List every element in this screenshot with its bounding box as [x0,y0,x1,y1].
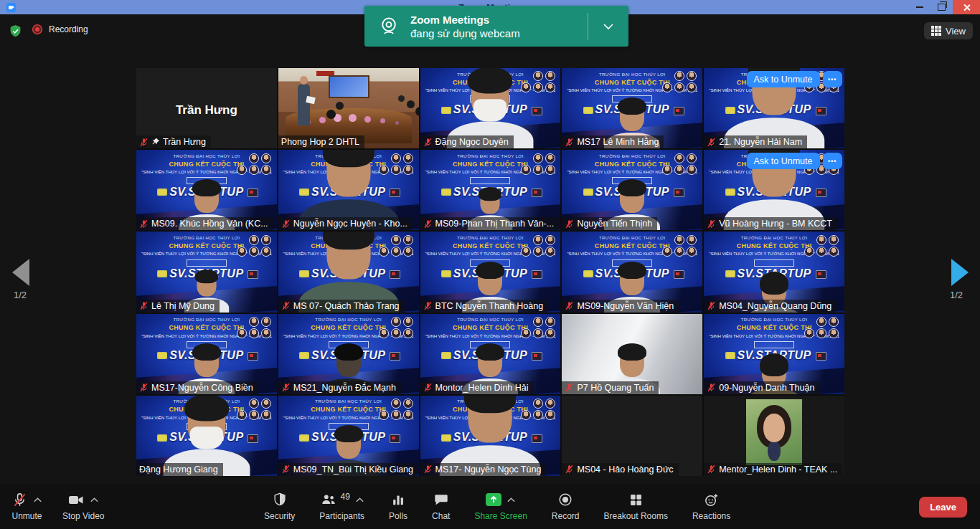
participant-tile[interactable]: TRƯỜNG ĐẠI HỌC THỦY LỢI CHUNG KẾT CUỘC T… [136,232,277,312]
vbg-date-box [470,177,510,184]
previous-page-arrow[interactable] [12,259,29,286]
participant-tile[interactable]: TRƯỜNG ĐẠI HỌC THỦY LỢI CHUNG KẾT CUỘC T… [562,232,702,312]
vbg-right-logo [674,107,684,115]
vbg-right-logo [248,352,258,361]
recording-icon[interactable] [32,24,43,35]
participant-label: MS09_TN_Bùi Thị Kiều Giang [278,463,418,476]
video-menu-chevron[interactable] [90,497,99,503]
participant-name: Montor_Helen Dinh Hải [435,383,529,393]
participant-label: Đặng Ngọc Duyên [420,135,514,148]
participant-tile[interactable]: TRƯỜNG ĐẠI HỌC THỦY LỢI CHUNG KẾT CUỘC T… [704,68,844,148]
record-icon [557,492,573,507]
reactions-button[interactable]: Reactions [692,491,730,521]
minimize-button[interactable] [908,0,930,14]
participant-label: Vũ Hoàng Hưng - BM KCCT [704,217,837,230]
vbg-date-box [187,259,227,267]
vbg-right-logo [532,189,542,197]
audio-menu-chevron[interactable] [33,497,42,503]
participant-tile[interactable]: TRƯỜNG ĐẠI HỌC THỦY LỢI CHUNG KẾT CUỘC T… [420,232,561,312]
participant-tile[interactable]: TRƯỜNG ĐẠI HỌC THỦY LỢI CHUNG KẾT CUỘC T… [278,314,419,394]
more-options-button[interactable]: ⋯ [823,153,843,169]
next-page-arrow[interactable] [951,259,969,286]
leave-button[interactable]: Leave [919,497,967,518]
ask-to-unmute-button[interactable]: Ask to Unmute [747,71,820,87]
stop-video-button[interactable]: Stop Video [62,491,105,521]
participant-tile[interactable]: TRƯỜNG ĐẠI HỌC THỦY LỢI CHUNG KẾT CUỘC T… [704,150,844,230]
webcam-notification[interactable]: Zoom Meetings đang sử dụng webcam [364,6,628,47]
participant-tile[interactable]: TRƯỜNG ĐẠI HỌC THỦY LỢI CHUNG KẾT CUỘC T… [420,68,561,148]
participant-name-center: Trần Hưng [136,103,277,118]
participant-tile[interactable]: TRƯỜNG ĐẠI HỌC THỦY LỢI CHUNG KẾT CUỘC T… [420,396,561,476]
pin-icon [151,138,160,146]
polls-button[interactable]: Polls [389,491,407,521]
participant-tile[interactable]: TRƯỜNG ĐẠI HỌC THỦY LỢI CHUNG KẾT CUỘC T… [562,150,702,230]
participant-tile[interactable]: TRƯỜNG ĐẠI HỌC THỦY LỢI CHUNG KẾT CUỘC T… [704,314,844,394]
participant-label: MS21_Nguyễn Đắc Mạnh [278,381,401,394]
chat-button[interactable]: Chat [432,491,450,521]
vbg-right-logo [390,434,400,443]
participant-tile[interactable]: TRƯỜNG ĐẠI HỌC THỦY LỢI CHUNG KẾT CUỘC T… [562,396,702,476]
vbg-portraits [518,153,555,175]
muted-mic-icon [565,383,574,392]
vbg-left-logo [157,189,167,196]
more-options-button[interactable]: ⋯ [823,71,843,87]
participant-tile[interactable]: TRƯỜNG ĐẠI HỌC THỦY LỢI CHUNG KẾT CUỘC T… [562,314,702,394]
participants-button[interactable]: 49 Participants [319,491,364,521]
unmute-button[interactable]: Unmute [11,491,42,521]
muted-mic-icon [423,219,433,229]
participant-label: 09-Nguyễn Danh Thuận [704,381,819,394]
participant-tile[interactable]: TRƯỜNG ĐẠI HỌC THỦY LỢI CHUNG KẾT CUỘC T… [420,314,561,394]
participant-tile[interactable]: TRƯỜNG ĐẠI HỌC THỦY LỢI CHUNG KẾT CUỘC T… [704,232,844,312]
shield-icon [272,492,288,507]
participant-tile[interactable]: TRƯỜNG ĐẠI HỌC THỦY LỢI CHUNG KẾT CUỘC T… [278,68,419,148]
restore-button[interactable] [930,0,953,14]
participant-label: Nguyễn Ngọc Huyên - Kho... [278,217,413,230]
vbg-portraits [659,153,697,175]
share-menu-chevron[interactable] [507,497,516,503]
participant-label: BTC Nguyễn Thanh Hoàng [420,300,549,313]
participant-tile[interactable]: TRƯỜNG ĐẠI HỌC THỦY LỢI CHUNG KẾT CUỘC T… [136,396,277,476]
participant-tile[interactable]: TRƯỜNG ĐẠI HỌC THỦY LỢI CHUNG KẾT CUỘC T… [278,150,419,230]
vbg-portraits [518,317,555,338]
chat-icon [433,492,449,507]
vbg-left-logo [299,352,309,359]
share-screen-button[interactable]: Share Screen [474,491,527,521]
participant-label: Montor_Helen Dinh Hải [420,381,534,394]
participant-tile[interactable]: TRƯỜNG ĐẠI HỌC THỦY LỢI CHUNG KẾT CUỘC T… [136,150,277,230]
participant-tile[interactable]: TRƯỜNG ĐẠI HỌC THỦY LỢI CHUNG KẾT CUỘC T… [136,314,277,394]
participant-label: Đặng Hương Giang [136,463,223,476]
muted-mic-icon [281,383,291,392]
grid-view-icon [931,26,941,36]
participant-name: MS09_TN_Bùi Thị Kiều Giang [293,464,413,475]
vbg-right-logo [532,270,542,279]
vbg-portraits [376,399,413,420]
profile-photo [746,399,802,465]
muted-mic-icon [423,138,433,147]
participant-label: MS17 Lê Minh Hằng [562,135,664,148]
close-button[interactable] [953,0,980,14]
participant-tile[interactable]: TRƯỜNG ĐẠI HỌC THỦY LỢI CHUNG KẾT CUỘC T… [704,396,844,476]
participant-tile[interactable]: TRƯỜNG ĐẠI HỌC THỦY LỢI CHUNG KẾT CUỘC T… [562,68,702,148]
participant-tile[interactable]: TRƯỜNG ĐẠI HỌC THỦY LỢI CHUNG KẾT CUỘC T… [278,232,419,312]
banner-expand-button[interactable] [588,6,628,47]
participants-menu-chevron[interactable] [355,497,364,503]
share-screen-icon [486,493,501,506]
participant-tile[interactable]: TRƯỜNG ĐẠI HỌC THỦY LỢI CHUNG KẾT CUỘC T… [136,68,277,148]
participant-tile[interactable]: TRƯỜNG ĐẠI HỌC THỦY LỢI CHUNG KẾT CUỘC T… [420,150,561,230]
muted-mic-icon [565,464,574,474]
record-button[interactable]: Record [552,491,580,521]
breakout-rooms-button[interactable]: Breakout Rooms [604,491,668,521]
vbg-portraits [801,235,839,257]
muted-mic-icon [139,383,149,392]
participant-name: BTC Nguyễn Thanh Hoàng [435,301,544,311]
view-button[interactable]: View [924,22,973,39]
security-button[interactable]: Security [264,491,295,521]
participant-tile[interactable]: TRƯỜNG ĐẠI HỌC THỦY LỢI CHUNG KẾT CUỘC T… [278,396,419,476]
reactions-icon [703,492,720,508]
vbg-portraits [234,153,271,175]
ask-to-unmute-button[interactable]: Ask to Unmute [747,153,820,169]
vbg-date-box [754,259,794,267]
participant-name: MS09. Khúc Hồng Vân (KC... [151,219,268,229]
participant-label: 21. Nguyễn Hải Nam [704,135,807,148]
muted-mic-icon [139,219,149,229]
